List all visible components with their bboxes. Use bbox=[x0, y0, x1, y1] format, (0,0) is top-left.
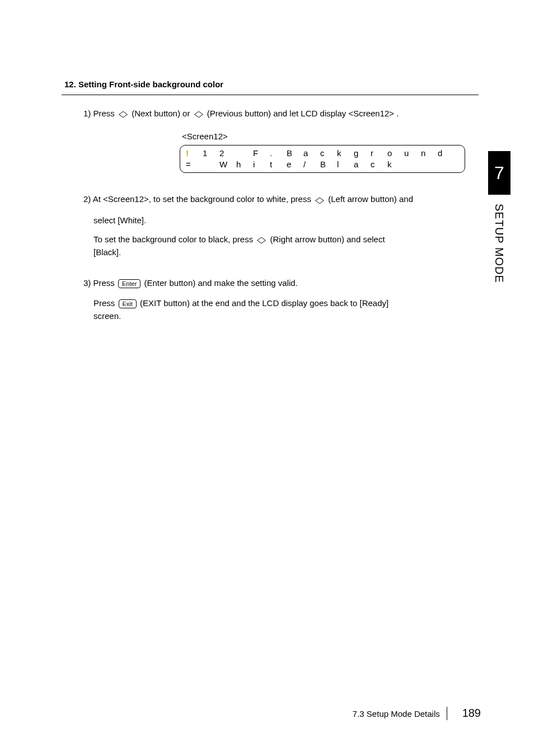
lcd-cell: c bbox=[371, 158, 387, 171]
lcd-label: <Screen12> bbox=[182, 130, 481, 143]
step-2-text-a: At <Screen12>, to set the background col… bbox=[93, 194, 313, 204]
lcd-cell: i bbox=[253, 158, 270, 171]
page-footer: 7.3 Setup Mode Details 189 bbox=[353, 705, 481, 721]
lcd-row-2: = W h i t e / B l a c k bbox=[186, 159, 459, 170]
page-number: 189 bbox=[462, 707, 481, 719]
lcd-cell: / bbox=[303, 158, 320, 171]
step-3: 3) Press Enter (Enter button) and make t… bbox=[83, 277, 481, 323]
step-1-text-c: (Previous button) and let LCD display <S… bbox=[207, 109, 399, 118]
lcd-cell: B bbox=[320, 158, 337, 171]
step-3-num: 3) bbox=[83, 278, 91, 288]
step-3-line1b: (Enter button) and make the setting vali… bbox=[144, 278, 298, 288]
lcd-cell: u bbox=[404, 147, 421, 160]
step-3-line2a: Press bbox=[93, 298, 118, 308]
chapter-number-box: 7 bbox=[488, 151, 510, 195]
chapter-tab: 7 SETUP MODE bbox=[488, 151, 510, 283]
lcd-display: <Screen12> ! 1 2 F . B a c k g r o u bbox=[180, 130, 481, 173]
footer-section: 7.3 Setup Mode Details bbox=[353, 709, 440, 719]
left-arrow-icon bbox=[315, 194, 325, 206]
lcd-cell: l bbox=[337, 158, 354, 171]
next-icon bbox=[118, 107, 128, 120]
exit-key-icon: Exit bbox=[119, 299, 137, 308]
enter-key-icon: Enter bbox=[118, 279, 140, 288]
step-3-line3: screen. bbox=[93, 310, 481, 323]
step-2: 2) At <Screen12>, to set the background … bbox=[83, 193, 481, 259]
step-3-line2b: (EXIT button) at the end and the LCD dis… bbox=[140, 298, 388, 308]
divider bbox=[62, 95, 479, 95]
chapter-title: SETUP MODE bbox=[491, 204, 508, 283]
lcd-cell: e bbox=[287, 158, 303, 171]
lcd-cell: t bbox=[270, 158, 287, 171]
lcd-cell: 1 bbox=[203, 147, 219, 160]
lcd-cell: = bbox=[186, 158, 203, 171]
lcd-cell: a bbox=[354, 158, 371, 171]
step-2-line3b: (Right arrow button) and select bbox=[270, 234, 385, 244]
chapter-number: 7 bbox=[494, 159, 504, 186]
section-heading: 12. Setting Front-side background color bbox=[64, 78, 481, 91]
step-1-text-b: (Next button) or bbox=[132, 109, 192, 118]
lcd-cell: d bbox=[438, 147, 455, 160]
step-1-num: 1) bbox=[83, 109, 91, 118]
step-2-num: 2) bbox=[83, 194, 91, 204]
prev-icon bbox=[194, 107, 204, 120]
step-2-line4: [Black]. bbox=[93, 246, 481, 259]
lcd-cell: k bbox=[387, 158, 404, 171]
step-2-line2: select [White]. bbox=[93, 214, 481, 227]
step-2-line3a: To set the background color to black, pr… bbox=[93, 234, 255, 244]
lcd-box: ! 1 2 F . B a c k g r o u n d bbox=[180, 145, 465, 173]
footer-separator bbox=[447, 707, 448, 720]
lcd-cell: h bbox=[236, 158, 253, 171]
lcd-row-1: ! 1 2 F . B a c k g r o u n d bbox=[186, 148, 459, 159]
step-1: 1) Press (Next button) or (Previous butt… bbox=[83, 107, 481, 173]
lcd-cell: n bbox=[421, 147, 438, 160]
lcd-cell: W bbox=[219, 158, 236, 171]
right-arrow-icon bbox=[256, 234, 266, 247]
step-1-text-a: Press bbox=[93, 109, 118, 118]
step-2-text-b: (Left arrow button) and bbox=[328, 194, 413, 204]
step-3-line1a: Press bbox=[93, 278, 118, 288]
